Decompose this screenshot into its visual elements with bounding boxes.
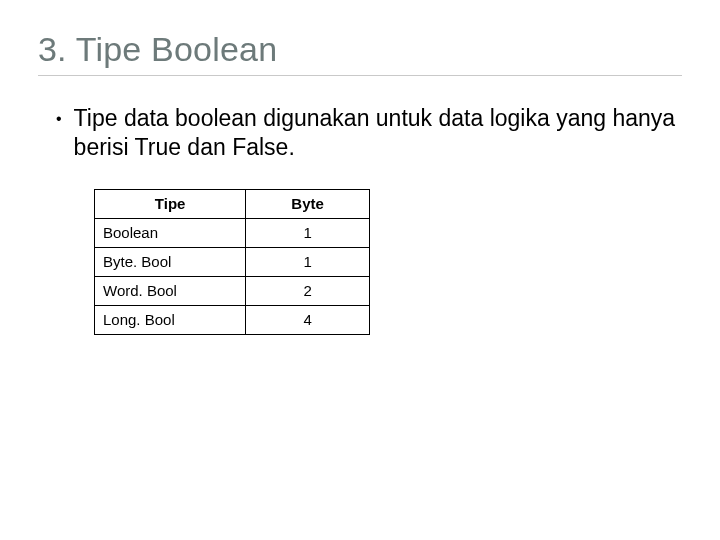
table-row: Boolean 1 bbox=[95, 218, 370, 247]
bullet-marker: • bbox=[56, 104, 62, 134]
type-table-wrap: Tipe Byte Boolean 1 Byte. Bool 1 Word. B… bbox=[38, 189, 682, 335]
table-header-row: Tipe Byte bbox=[95, 189, 370, 218]
table-row: Byte. Bool 1 bbox=[95, 247, 370, 276]
page-title: 3. Tipe Boolean bbox=[38, 30, 682, 76]
cell-byte: 4 bbox=[246, 305, 370, 334]
bullet-list: • Tipe data boolean digunakan untuk data… bbox=[38, 104, 682, 163]
header-tipe: Tipe bbox=[95, 189, 246, 218]
bullet-text: Tipe data boolean digunakan untuk data l… bbox=[74, 104, 682, 163]
cell-tipe: Boolean bbox=[95, 218, 246, 247]
cell-tipe: Byte. Bool bbox=[95, 247, 246, 276]
cell-byte: 1 bbox=[246, 247, 370, 276]
type-table: Tipe Byte Boolean 1 Byte. Bool 1 Word. B… bbox=[94, 189, 370, 335]
cell-byte: 1 bbox=[246, 218, 370, 247]
bullet-item: • Tipe data boolean digunakan untuk data… bbox=[56, 104, 682, 163]
cell-tipe: Word. Bool bbox=[95, 276, 246, 305]
cell-byte: 2 bbox=[246, 276, 370, 305]
cell-tipe: Long. Bool bbox=[95, 305, 246, 334]
table-row: Word. Bool 2 bbox=[95, 276, 370, 305]
header-byte: Byte bbox=[246, 189, 370, 218]
table-row: Long. Bool 4 bbox=[95, 305, 370, 334]
slide: 3. Tipe Boolean • Tipe data boolean digu… bbox=[0, 0, 720, 335]
